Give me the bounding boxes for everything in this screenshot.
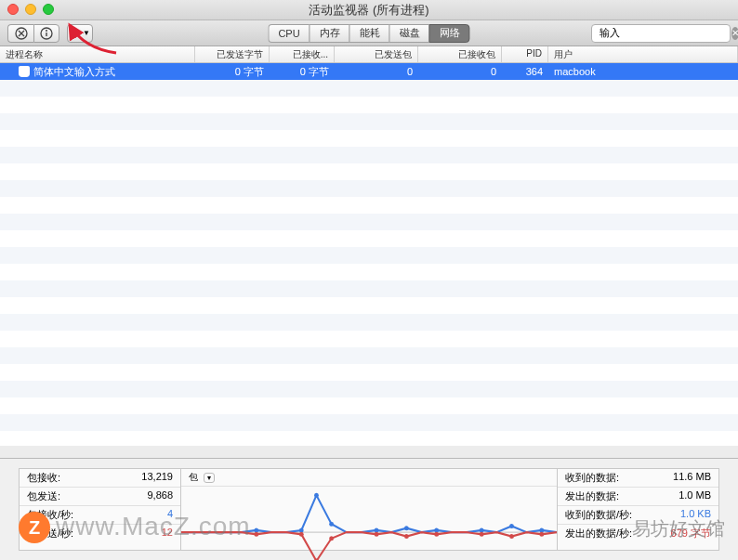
chart-label: 包 bbox=[189, 471, 198, 484]
svg-point-19 bbox=[539, 527, 544, 532]
column-sent-packets[interactable]: 已发送包 bbox=[335, 46, 418, 62]
cell-recv-bytes: 0 字节 bbox=[270, 65, 335, 79]
table-row[interactable] bbox=[0, 230, 738, 247]
table-row[interactable] bbox=[0, 197, 738, 214]
table-row[interactable] bbox=[0, 113, 738, 130]
table-row[interactable] bbox=[0, 214, 738, 230]
table-row[interactable] bbox=[0, 280, 738, 297]
column-recv-packets[interactable]: 已接收包 bbox=[418, 46, 502, 62]
svg-point-25 bbox=[404, 534, 409, 539]
column-recv-bytes[interactable]: 已接收... bbox=[270, 46, 335, 62]
shield-icon bbox=[19, 66, 30, 77]
table-row[interactable] bbox=[0, 397, 738, 414]
table-row[interactable] bbox=[0, 163, 738, 180]
table-row[interactable] bbox=[0, 347, 738, 364]
watermark-right: 易坊好文馆 bbox=[632, 516, 725, 541]
toolbar: ▼ CPU 内存 能耗 磁盘 网络 ✕ bbox=[0, 20, 738, 46]
value-data-in: 11.6 MB bbox=[673, 471, 711, 485]
svg-rect-5 bbox=[46, 33, 46, 36]
table-header: 进程名称 已发送字节 已接收... 已发送包 已接收包 PID 用户 bbox=[0, 46, 738, 63]
label-data-in: 收到的数据: bbox=[565, 471, 619, 485]
svg-point-26 bbox=[434, 532, 439, 537]
close-window-button[interactable] bbox=[7, 4, 19, 15]
column-sent-bytes[interactable]: 已发送字节 bbox=[195, 46, 270, 62]
label-packets-in: 包接收: bbox=[27, 471, 60, 485]
table-row[interactable] bbox=[0, 80, 738, 97]
tab-disk[interactable]: 磁盘 bbox=[389, 24, 429, 43]
cell-pid: 364 bbox=[502, 66, 548, 77]
window-title: 活动监视器 (所有进程) bbox=[309, 2, 428, 19]
stop-process-button[interactable] bbox=[7, 24, 33, 43]
footer-stats: 包接收:13,219 包发送:9,868 包接收/秒:4 包发送/秒:12 包 … bbox=[0, 458, 738, 560]
svg-point-23 bbox=[329, 536, 334, 540]
table-row[interactable] bbox=[0, 264, 738, 280]
chevron-down-icon: ▼ bbox=[83, 29, 90, 37]
tab-energy[interactable]: 能耗 bbox=[349, 24, 389, 43]
label-packets-out: 包发送: bbox=[27, 489, 60, 503]
svg-point-16 bbox=[434, 527, 439, 532]
table-row[interactable] bbox=[0, 247, 738, 264]
value-packets-out: 9,868 bbox=[147, 489, 173, 503]
svg-point-14 bbox=[375, 527, 379, 532]
watermark-logo: Z bbox=[19, 512, 50, 543]
table-row[interactable] bbox=[0, 431, 738, 446]
cell-sent-packets: 0 bbox=[335, 66, 418, 77]
svg-point-6 bbox=[73, 32, 77, 35]
table-row[interactable] bbox=[0, 381, 738, 397]
table-row[interactable] bbox=[0, 314, 738, 331]
table-row[interactable]: 简体中文输入方式 0 字节 0 字节 0 0 364 macbook bbox=[0, 63, 738, 80]
settings-menu-button[interactable]: ▼ bbox=[67, 24, 93, 43]
svg-point-24 bbox=[375, 532, 379, 537]
value-packets-in: 13,219 bbox=[141, 471, 173, 485]
label-data-out-sec: 发出的数据/秒: bbox=[565, 527, 632, 540]
table-row[interactable] bbox=[0, 414, 738, 431]
tab-segment: CPU 内存 能耗 磁盘 网络 bbox=[268, 24, 469, 43]
svg-point-29 bbox=[539, 532, 544, 537]
cell-recv-packets: 0 bbox=[418, 66, 502, 77]
svg-point-21 bbox=[299, 532, 304, 537]
titlebar: 活动监视器 (所有进程) bbox=[0, 0, 738, 20]
table-row[interactable] bbox=[0, 364, 738, 381]
chart-dropdown[interactable]: ▾ bbox=[204, 473, 215, 483]
table-row[interactable] bbox=[0, 130, 738, 147]
value-data-out: 1.0 MB bbox=[679, 489, 711, 503]
svg-point-15 bbox=[404, 526, 409, 530]
table-row[interactable] bbox=[0, 180, 738, 197]
clear-search-button[interactable]: ✕ bbox=[731, 27, 738, 40]
search-input[interactable] bbox=[600, 28, 728, 39]
svg-point-17 bbox=[480, 527, 484, 532]
cell-sent-bytes: 0 字节 bbox=[195, 65, 270, 79]
table-row[interactable] bbox=[0, 147, 738, 163]
table-row[interactable] bbox=[0, 297, 738, 314]
svg-point-28 bbox=[509, 534, 514, 539]
process-name: 简体中文输入方式 bbox=[33, 65, 115, 79]
svg-point-12 bbox=[314, 493, 319, 498]
table-row[interactable] bbox=[0, 331, 738, 347]
svg-point-11 bbox=[299, 527, 304, 532]
watermark-url: www.MacZ.com bbox=[56, 512, 251, 541]
svg-point-10 bbox=[254, 527, 258, 532]
column-pid[interactable]: PID bbox=[502, 46, 548, 62]
info-button[interactable] bbox=[33, 24, 59, 43]
gear-icon bbox=[70, 28, 81, 39]
search-field[interactable]: ✕ bbox=[591, 24, 731, 43]
cell-user: macbook bbox=[548, 66, 738, 77]
column-user[interactable]: 用户 bbox=[548, 46, 738, 62]
label-data-in-sec: 收到的数据/秒: bbox=[565, 508, 632, 522]
maximize-window-button[interactable] bbox=[43, 4, 54, 15]
process-table[interactable]: 简体中文输入方式 0 字节 0 字节 0 0 364 macbook bbox=[0, 63, 738, 446]
svg-point-20 bbox=[254, 532, 258, 537]
tab-memory[interactable]: 内存 bbox=[310, 24, 349, 43]
svg-point-18 bbox=[509, 524, 514, 528]
table-row[interactable] bbox=[0, 97, 738, 113]
svg-point-4 bbox=[46, 30, 47, 32]
column-process-name[interactable]: 进程名称 bbox=[0, 46, 195, 62]
tab-cpu[interactable]: CPU bbox=[268, 24, 309, 43]
tab-network[interactable]: 网络 bbox=[429, 24, 470, 43]
traffic-lights bbox=[7, 4, 54, 15]
minimize-window-button[interactable] bbox=[25, 4, 36, 15]
svg-point-13 bbox=[329, 522, 334, 527]
svg-point-27 bbox=[480, 532, 484, 537]
label-data-out: 发出的数据: bbox=[565, 489, 619, 503]
